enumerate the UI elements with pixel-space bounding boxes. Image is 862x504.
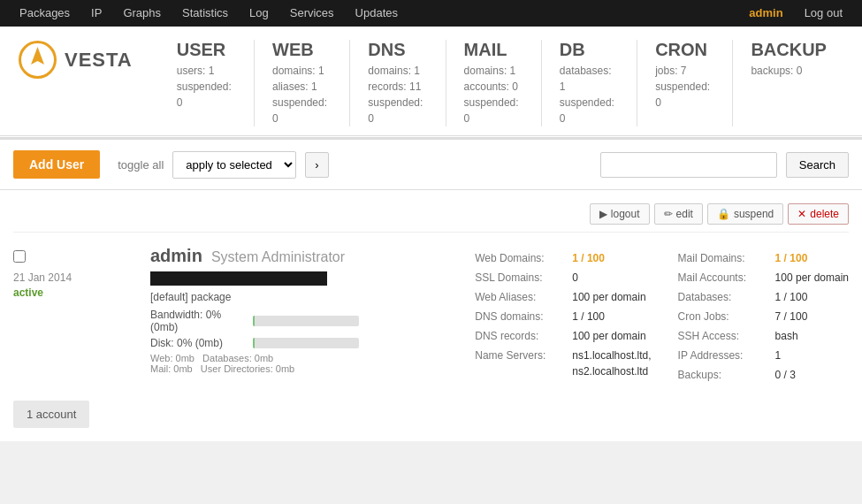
stat-db: DB databases: 1 suspended: 0: [541, 40, 637, 126]
stat-user: USER users: 1 suspended: 0: [159, 40, 254, 126]
nav-graphs[interactable]: Graphs: [112, 0, 172, 27]
bandwidth-bar: [253, 316, 359, 326]
detail-ssl-domains: SSL Domains: 0: [475, 270, 651, 286]
page-footer: [0, 441, 862, 504]
detail-dns-domains: DNS domains: 1 / 100: [475, 309, 651, 325]
detail-backups: Backups: 0 / 3: [678, 367, 849, 383]
suspend-icon: 🔒: [717, 208, 730, 220]
stat-web-detail: domains: 1 aliases: 1 suspended: 0: [272, 63, 332, 126]
logout-icon: ▶: [599, 208, 607, 220]
account-count: 1 account: [13, 401, 89, 428]
detail-mail-domains: Mail Domains: 1 / 100: [678, 250, 849, 266]
detail-cron-jobs: Cron Jobs: 7 / 100: [678, 309, 849, 325]
nav-admin[interactable]: admin: [738, 0, 793, 27]
user-checkbox[interactable]: [13, 250, 26, 263]
user-actions-bar: ▶ logout ✏ edit 🔒 suspend ✕ delete: [13, 199, 849, 233]
delete-icon: ✕: [797, 208, 806, 220]
stat-dns-detail: domains: 1 records: 11 suspended: 0: [368, 63, 427, 126]
disk-label: Disk: 0% (0mb): [150, 337, 248, 349]
stat-dns: DNS domains: 1 records: 11 suspended: 0: [349, 40, 445, 126]
svg-marker-1: [31, 47, 44, 65]
detail-dns-records: DNS records: 100 per domain: [475, 328, 651, 344]
detail-databases: Databases: 1 / 100: [678, 289, 849, 305]
user-main-panel: admin System Administrator [default] pac…: [150, 246, 462, 383]
detail-web-domains: Web Domains: 1 / 100: [475, 250, 651, 266]
stat-backup-detail: backups: 0: [751, 63, 827, 79]
stat-mail-title: MAIL: [464, 40, 523, 60]
user-status: active: [13, 286, 43, 299]
footer-web: Web: 0mb: [150, 353, 195, 363]
bandwidth-row: Bandwidth: 0% (0mb): [150, 309, 462, 333]
user-fullname: System Administrator: [211, 249, 345, 265]
stat-cron-detail: jobs: 7 suspended: 0: [655, 63, 714, 111]
detail-ssh-access: SSH Access: bash: [678, 328, 849, 344]
user-left-panel: 21 Jan 2014 active: [13, 246, 137, 383]
stat-user-detail: users: 1 suspended: 0: [177, 63, 236, 111]
stat-db-title: DB: [560, 40, 619, 60]
footer-db: Databases: 0mb: [202, 353, 273, 363]
disk-row: Disk: 0% (0mb): [150, 337, 462, 349]
footer-dirs: User Directories: 0mb: [201, 363, 294, 374]
nav-log[interactable]: Log: [239, 0, 279, 27]
user-delete-button[interactable]: ✕ delete: [788, 203, 849, 225]
user-details: Web Domains: 1 / 100 SSL Domains: 0 Web …: [475, 250, 849, 383]
footer-stats: Web: 0mb Databases: 0mb Mail: 0mb User D…: [150, 353, 462, 374]
header-stats: VESTA USER users: 1 suspended: 0 WEB dom…: [0, 27, 862, 136]
user-section: ▶ logout ✏ edit 🔒 suspend ✕ delete 21 Ja…: [0, 190, 862, 441]
user-edit-button[interactable]: ✏ edit: [654, 203, 703, 225]
stat-dns-title: DNS: [368, 40, 427, 60]
user-name-line: admin System Administrator: [150, 246, 462, 266]
detail-mail-accounts: Mail Accounts: 100 per domain: [678, 270, 849, 286]
stat-mail: MAIL domains: 1 accounts: 0 suspended: 0: [446, 40, 541, 126]
disk-bar: [253, 338, 359, 348]
stat-backup-title: BACKUP: [751, 40, 827, 60]
stat-backup: BACKUP backups: 0: [732, 40, 844, 126]
add-user-button[interactable]: Add User: [13, 150, 100, 179]
toggle-all-label: toggle all: [118, 158, 164, 172]
user-name: admin: [150, 246, 202, 266]
logo-text: VESTA: [65, 49, 133, 72]
user-logout-button[interactable]: ▶ logout: [590, 203, 650, 225]
detail-web-aliases: Web Aliases: 100 per domain: [475, 289, 651, 305]
user-suspend-button[interactable]: 🔒 suspend: [707, 203, 783, 225]
bandwidth-bar-fill: [253, 316, 255, 326]
nav-services[interactable]: Services: [279, 0, 345, 27]
nav-ip[interactable]: IP: [80, 0, 112, 27]
footer-mail: Mail: 0mb: [150, 363, 193, 374]
search-input[interactable]: [600, 152, 777, 178]
detail-ip-addresses: IP Addresses: 1: [678, 347, 849, 363]
stat-web: WEB domains: 1 aliases: 1 suspended: 0: [254, 40, 349, 126]
stat-web-title: WEB: [272, 40, 332, 60]
stat-db-detail: databases: 1 suspended: 0: [560, 63, 619, 126]
edit-icon: ✏: [664, 208, 673, 220]
nav-updates[interactable]: Updates: [345, 0, 408, 27]
stat-cron-title: CRON: [655, 40, 714, 60]
top-navigation: Packages IP Graphs Statistics Log Servic…: [0, 0, 862, 27]
nav-logout[interactable]: Log out: [794, 0, 853, 27]
detail-nameservers: Name Servers: ns1.localhost.ltd,ns2.loca…: [475, 347, 651, 379]
stat-mail-detail: domains: 1 accounts: 0 suspended: 0: [464, 63, 523, 126]
apply-button[interactable]: ›: [305, 152, 328, 178]
apply-select[interactable]: apply to selected: [172, 151, 296, 179]
detail-col-right: Mail Domains: 1 / 100 Mail Accounts: 100…: [678, 250, 849, 383]
stat-user-title: USER: [177, 40, 236, 60]
disk-bar-fill: [253, 338, 255, 348]
user-row: 21 Jan 2014 active admin System Administ…: [13, 241, 849, 387]
nav-statistics[interactable]: Statistics: [172, 0, 239, 27]
bandwidth-label: Bandwidth: 0% (0mb): [150, 309, 248, 333]
search-button[interactable]: Search: [786, 152, 849, 178]
logo: VESTA: [18, 40, 133, 80]
user-progress-bar: [150, 271, 327, 286]
nav-packages[interactable]: Packages: [9, 0, 80, 27]
user-package: [default] package: [150, 291, 462, 303]
user-date: 21 Jan 2014: [13, 270, 72, 286]
toolbar: Add User toggle all apply to selected › …: [0, 140, 862, 190]
stat-cron: CRON jobs: 7 suspended: 0: [637, 40, 732, 126]
stats-grid: USER users: 1 suspended: 0 WEB domains: …: [159, 40, 844, 126]
detail-col-left: Web Domains: 1 / 100 SSL Domains: 0 Web …: [475, 250, 651, 383]
